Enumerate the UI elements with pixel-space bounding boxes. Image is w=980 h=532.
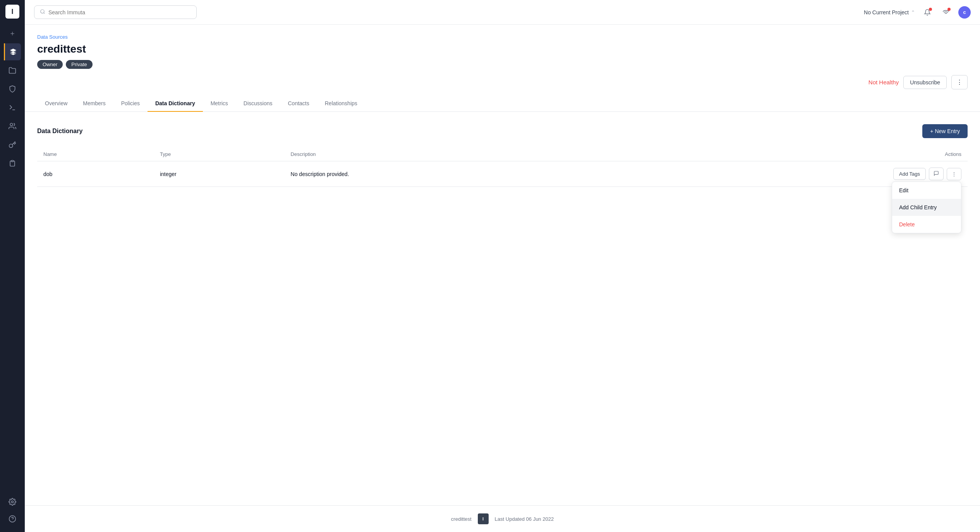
row-actions-cell: Add Tags ⋮ Edit Add Child Entry Delete: [604, 161, 968, 187]
col-description: Description: [285, 147, 604, 161]
notifications-button[interactable]: [921, 6, 934, 19]
tab-discussions[interactable]: Discussions: [236, 96, 280, 112]
dropdown-add-child[interactable]: Add Child Entry: [892, 199, 961, 216]
badges-row: Owner Private: [37, 60, 968, 69]
settings-icon: [9, 498, 16, 506]
search-icon: [40, 9, 45, 15]
add-icon: ＋: [9, 29, 16, 38]
row-actions: Add Tags ⋮ Edit Add Child Entry Delete: [610, 168, 961, 180]
notification-dot: [929, 8, 932, 11]
project-label: No Current Project: [864, 9, 909, 15]
sidebar-item-clipboard[interactable]: [4, 155, 21, 172]
search-box[interactable]: [34, 5, 197, 19]
more-options-button[interactable]: ⋮: [951, 75, 968, 89]
wifi-button[interactable]: [940, 6, 952, 19]
sidebar-item-shield[interactable]: [4, 80, 21, 98]
tab-data-dictionary[interactable]: Data Dictionary: [148, 96, 203, 112]
shield-icon: [9, 85, 16, 93]
footer-last-updated: Last Updated 06 Jun 2022: [495, 516, 554, 522]
avatar[interactable]: c: [958, 6, 971, 19]
footer-source-name: credittest: [451, 516, 472, 522]
tab-overview[interactable]: Overview: [37, 96, 75, 112]
dropdown-edit[interactable]: Edit: [892, 182, 961, 199]
sidebar-item-layers[interactable]: [4, 43, 21, 60]
topbar-right: No Current Project ⌃ c: [864, 6, 971, 19]
sidebar-item-terminal[interactable]: [4, 99, 21, 116]
footer-logo: I: [478, 513, 489, 524]
col-name: Name: [37, 147, 154, 161]
col-actions: Actions: [604, 147, 968, 161]
tab-metrics[interactable]: Metrics: [203, 96, 236, 112]
topbar: No Current Project ⌃ c: [25, 0, 980, 25]
comment-button[interactable]: [929, 168, 944, 180]
page-content: Data Sources credittest Owner Private No…: [25, 25, 980, 532]
col-type: Type: [154, 147, 285, 161]
sidebar-item-help[interactable]: [4, 510, 21, 527]
tab-members[interactable]: Members: [75, 96, 113, 112]
section-header: Data Dictionary + New Entry: [37, 124, 968, 138]
row-kebab-button[interactable]: ⋮: [947, 168, 961, 180]
page-header: Data Sources credittest Owner Private: [25, 25, 980, 69]
sidebar: I ＋: [0, 0, 25, 532]
main-content: No Current Project ⌃ c Data Sources cred…: [25, 0, 980, 532]
tabs-bar: Overview Members Policies Data Dictionar…: [25, 96, 980, 112]
table-row: dob integer No description provided. Add…: [37, 161, 968, 187]
clipboard-icon: [9, 159, 16, 167]
private-badge[interactable]: Private: [66, 60, 92, 69]
project-selector[interactable]: No Current Project ⌃: [864, 9, 915, 15]
chevron-down-icon: ⌃: [911, 10, 915, 15]
wifi-dot: [947, 8, 951, 11]
health-status: Not Healthy: [868, 79, 899, 86]
footer: credittest I Last Updated 06 Jun 2022: [25, 505, 980, 532]
tab-relationships[interactable]: Relationships: [317, 96, 365, 112]
sidebar-item-key[interactable]: [4, 136, 21, 153]
svg-point-1: [10, 123, 13, 126]
data-dictionary-section: Data Dictionary + New Entry Name Type De…: [25, 112, 980, 505]
unsubscribe-button[interactable]: Unsubscribe: [903, 76, 947, 89]
owner-badge[interactable]: Owner: [37, 60, 63, 69]
terminal-icon: [9, 104, 16, 111]
tab-contacts[interactable]: Contacts: [280, 96, 317, 112]
users-icon: [9, 122, 16, 130]
section-title: Data Dictionary: [37, 128, 82, 135]
data-dictionary-table: Name Type Description Actions dob intege…: [37, 147, 968, 187]
row-description: No description provided.: [285, 161, 604, 187]
comment-icon: [934, 171, 939, 176]
help-icon: [9, 515, 16, 523]
sidebar-item-add[interactable]: ＋: [4, 25, 21, 42]
new-entry-button[interactable]: + New Entry: [922, 124, 968, 138]
folder-icon: [9, 67, 16, 74]
sidebar-logo: I: [5, 5, 19, 19]
sidebar-item-folder[interactable]: [4, 62, 21, 79]
key-icon: [9, 141, 16, 149]
page-title: credittest: [37, 43, 968, 55]
dropdown-delete[interactable]: Delete: [892, 216, 961, 233]
status-bar: Not Healthy Unsubscribe ⋮: [25, 69, 980, 89]
row-name: dob: [37, 161, 154, 187]
svg-line-7: [44, 13, 45, 14]
sidebar-item-users[interactable]: [4, 118, 21, 135]
svg-point-3: [12, 501, 14, 503]
svg-point-6: [41, 10, 44, 13]
row-dropdown-menu: Edit Add Child Entry Delete: [892, 181, 961, 233]
search-input[interactable]: [48, 9, 191, 15]
layers-icon: [9, 48, 17, 56]
row-type: integer: [154, 161, 285, 187]
add-tags-button[interactable]: Add Tags: [893, 168, 926, 180]
tab-policies[interactable]: Policies: [113, 96, 148, 112]
sidebar-item-settings[interactable]: [4, 493, 21, 510]
breadcrumb[interactable]: Data Sources: [37, 34, 968, 40]
svg-rect-2: [12, 161, 14, 162]
